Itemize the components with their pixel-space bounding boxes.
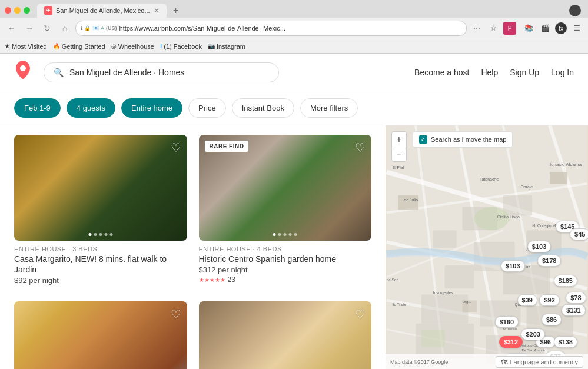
filters-bar: Feb 1-9 4 guests Entire home Price Insta… (0, 91, 588, 125)
favorite-btn[interactable]: ♡ (355, 141, 366, 155)
close-window-btn[interactable] (5, 7, 11, 14)
home-type-filter-btn[interactable]: Entire home (121, 98, 182, 118)
pocket-btn[interactable]: P (503, 22, 516, 35)
price-filter-btn[interactable]: Price (188, 98, 226, 118)
svg-rect-12 (503, 195, 533, 216)
favorite-btn[interactable]: ♡ (171, 307, 181, 321)
more-filters-btn[interactable]: More filters (300, 98, 358, 118)
map-controls: + − (391, 131, 407, 162)
refresh-btn[interactable]: ↻ (40, 21, 54, 35)
screenshots-btn[interactable]: 🎬 (539, 22, 552, 35)
listing-type: ENTIRE HOUSE · 4 BEDS (199, 245, 372, 252)
new-tab-btn[interactable]: + (169, 4, 183, 18)
history-btn[interactable]: 📚 (522, 22, 535, 35)
help-link[interactable]: Help (481, 68, 498, 77)
right-toolbar: 📚 🎬 fx ☰ (522, 22, 583, 35)
review-count: 23 (228, 275, 235, 284)
menu-btn[interactable]: ☰ (570, 22, 583, 35)
svg-rect-13 (433, 230, 457, 248)
wheelhouse-icon: ◎ (111, 43, 117, 49)
active-tab[interactable]: ✈ San Miguel de Allende, Mexico... ✕ (37, 4, 167, 18)
back-btn[interactable]: ← (5, 21, 19, 35)
bookmark-getting-started[interactable]: 🔥 Getting Started (53, 43, 105, 50)
instant-book-filter-btn[interactable]: Instant Book (232, 98, 294, 118)
extensions-btn[interactable]: ⋯ (470, 22, 483, 35)
language-currency-btn[interactable]: 🗺 Language and currency (496, 356, 583, 368)
zoom-in-btn[interactable]: + (391, 131, 407, 147)
favorite-btn[interactable]: ♡ (171, 141, 181, 155)
svg-text:lio Triste: lio Triste (393, 302, 407, 307)
firefox-account-btn[interactable]: fx (555, 22, 567, 34)
main-search-bar[interactable]: 🔍 San Miguel de Allende · Homes (44, 62, 279, 82)
svg-text:Insurgentes: Insurgentes (433, 291, 453, 295)
svg-text:Cielito Lindo: Cielito Lindo (497, 215, 520, 219)
search-as-move-checkbox[interactable]: ✓ Search as I move the map (413, 131, 513, 148)
become-host-link[interactable]: Become a host (414, 68, 469, 77)
map-panel[interactable]: Ignacio Aldama El Pial de Julio Tatanach… (386, 125, 588, 369)
bookmark-wheelhouse[interactable]: ◎ Wheelhouse (111, 43, 154, 50)
dot (294, 233, 297, 236)
tab-favicon: ✈ (44, 6, 52, 15)
minimize-window-btn[interactable] (14, 7, 21, 14)
language-btn-label: Language and currency (510, 358, 578, 365)
search-as-move-label: Search as I move the map (431, 136, 506, 143)
listing-title: Casa Margarito, NEW! 8 mins. flat walk t… (14, 254, 187, 275)
bookmark-instagram[interactable]: 📷 Instagram (208, 43, 245, 50)
address-bar[interactable]: ℹ 🔒 📧 A (US) https://www.airbnb.com/s/Sa… (75, 21, 467, 36)
address-text: https://www.airbnb.com/s/San-Miguel-de-A… (119, 25, 461, 32)
bookmark-label: (1) Facebook (164, 43, 202, 50)
tab-close-btn[interactable]: ✕ (154, 6, 160, 15)
forward-btn[interactable]: → (22, 21, 36, 35)
listing-badge: RARE FIND (205, 141, 249, 152)
log-in-link[interactable]: Log In (551, 68, 574, 77)
bookmark-label: Instagram (217, 43, 245, 50)
listing-image: ♡ (14, 301, 187, 369)
airbnb-logo[interactable] (14, 61, 32, 84)
svg-text:N. Colegio Militar: N. Colegio Militar (532, 224, 563, 228)
svg-text:Quebre...: Quebre... (515, 302, 531, 307)
bookmark-facebook[interactable]: f (1) Facebook (160, 43, 202, 50)
bookmark-label: Getting Started (62, 43, 105, 50)
guests-filter-btn[interactable]: 4 guests (67, 98, 115, 118)
maximize-window-btn[interactable] (24, 7, 30, 14)
listing-type: ENTIRE HOUSE · 3 BEDS (14, 245, 187, 252)
svg-text:El Pial: El Pial (393, 165, 404, 169)
svg-rect-25 (550, 172, 567, 184)
dot (99, 233, 102, 236)
bookmark-btn[interactable]: ☆ (487, 22, 500, 35)
zoom-out-btn[interactable]: − (391, 147, 407, 162)
search-icon: 🔍 (54, 68, 64, 77)
svg-text:De San Antonio: De San Antonio (521, 348, 546, 352)
bookmark-label: Most Visited (12, 43, 47, 50)
listing-card[interactable]: RARE FIND ♡ ENTIRE HOUSE · 4 BEDS Histor… (199, 135, 372, 290)
svg-rect-16 (445, 265, 474, 289)
tab-title: San Miguel de Allende, Mexico... (56, 7, 150, 14)
svg-text:Tatanache: Tatanache (480, 177, 499, 181)
listing-card[interactable]: ♡ (199, 301, 372, 369)
svg-text:Calz de La Luz: Calz de La Luz (503, 265, 531, 269)
dates-filter-btn[interactable]: Feb 1-9 (14, 98, 61, 118)
svg-text:Obraje: Obraje (520, 185, 533, 190)
listing-card[interactable]: ♡ (14, 301, 187, 369)
app-header: 🔍 San Miguel de Allende · Homes Become a… (0, 54, 588, 91)
map-icon: 🗺 (501, 358, 507, 365)
favorite-btn[interactable]: ♡ (355, 307, 366, 321)
home-btn[interactable]: ⌂ (58, 21, 72, 35)
dot (109, 233, 112, 236)
dot-indicators (273, 233, 297, 236)
listing-price: $92 per night (14, 276, 187, 285)
map-copyright: Map data ©2017 Google (390, 359, 448, 365)
bookmark-most-visited[interactable]: ★ Most Visited (5, 43, 47, 50)
stars: ★★★★★ (199, 277, 225, 283)
listing-card[interactable]: ♡ ENTIRE HOUSE · 3 BEDS Casa Margarito, … (14, 135, 187, 290)
listing-title: Historic Centro Spanish garden home (199, 254, 372, 264)
toolbar-actions: ⋯ ☆ P (470, 22, 516, 35)
bookmarks-bar: ★ Most Visited 🔥 Getting Started ◎ Wheel… (0, 39, 588, 53)
main-content: ♡ ENTIRE HOUSE · 3 BEDS Casa Margarito, … (0, 125, 588, 369)
svg-rect-18 (421, 294, 468, 324)
svg-rect-17 (503, 265, 550, 295)
listings-grid: ♡ ENTIRE HOUSE · 3 BEDS Casa Margarito, … (14, 135, 371, 369)
svg-text:Arte Factoría: Arte Factoría (526, 247, 550, 251)
dot (94, 233, 97, 236)
sign-up-link[interactable]: Sign Up (510, 68, 539, 77)
